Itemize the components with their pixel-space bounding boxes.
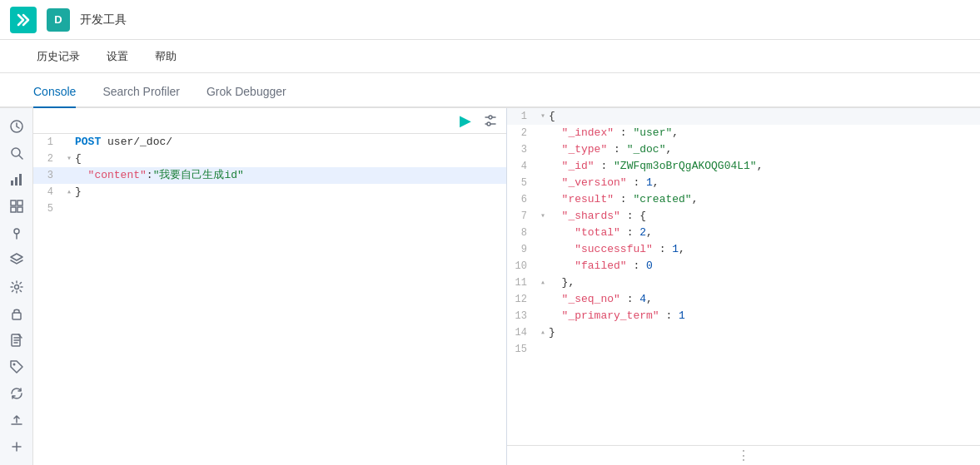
tab-grok-debugger[interactable]: Grok Debugger xyxy=(206,85,286,108)
response-line-10: 10 "failed" : 0 xyxy=(507,258,980,275)
svg-rect-11 xyxy=(12,313,21,319)
svg-rect-7 xyxy=(11,207,16,212)
svg-point-10 xyxy=(14,284,18,289)
response-line-12: 12 "_seq_no" : 4, xyxy=(507,291,980,308)
sidebar-icon-more[interactable] xyxy=(3,435,30,458)
svg-rect-6 xyxy=(17,200,22,205)
response-line-14: 14 ▴ } xyxy=(507,324,980,341)
svg-rect-4 xyxy=(19,174,22,186)
run-button[interactable]: ▶ xyxy=(456,111,475,130)
response-line-1: 1 ▾ { xyxy=(507,108,980,125)
tab-search-profiler[interactable]: Search Profiler xyxy=(102,85,180,108)
sidebar-icon-gear[interactable] xyxy=(3,275,30,298)
left-panel: ▶ 1 POST user/_doc/ 2 ▾ xyxy=(33,108,507,465)
sidebar-icon-doc[interactable] xyxy=(3,329,30,352)
app-logo xyxy=(10,7,37,33)
response-line-13: 13 "_primary_term" : 1 xyxy=(507,308,980,324)
editor-line-3: 3 "content":"我要自己生成id" xyxy=(33,167,506,184)
sidebar-icon-layers[interactable] xyxy=(3,248,30,271)
nav-settings[interactable]: 设置 xyxy=(103,49,132,64)
response-line-2: 2 "_index" : "user", xyxy=(507,125,980,141)
response-line-9: 9 "successful" : 1, xyxy=(507,241,980,258)
response-viewer: 1 ▾ { 2 "_index" : "user", 3 "_type" : "… xyxy=(507,108,980,445)
main-content: ▶ 1 POST user/_doc/ 2 ▾ xyxy=(0,108,980,465)
svg-rect-2 xyxy=(11,181,13,186)
svg-rect-8 xyxy=(17,207,22,212)
sidebar-icon-chart[interactable] xyxy=(3,168,30,191)
sidebar xyxy=(0,108,33,465)
svg-rect-5 xyxy=(11,200,16,205)
response-line-6: 6 "result" : "created", xyxy=(507,191,980,208)
nav-help[interactable]: 帮助 xyxy=(152,49,180,64)
svg-rect-3 xyxy=(15,177,17,186)
nav-bar: 历史记录 设置 帮助 xyxy=(0,40,980,73)
nav-history[interactable]: 历史记录 xyxy=(33,49,83,64)
sidebar-icon-search[interactable] xyxy=(3,141,30,165)
response-line-15: 15 xyxy=(507,341,980,358)
editor-area: ▶ 1 POST user/_doc/ 2 ▾ xyxy=(33,108,980,465)
right-panel: 1 ▾ { 2 "_index" : "user", 3 "_type" : "… xyxy=(507,108,980,465)
sidebar-icon-upload[interactable] xyxy=(3,408,30,432)
app-title: 开发工具 xyxy=(80,12,127,27)
sidebar-icon-grid[interactable] xyxy=(3,195,30,218)
editor-line-4: 4 ▴ } xyxy=(33,184,506,200)
tab-console[interactable]: Console xyxy=(33,85,76,108)
bottom-dots-indicator: ⋮ xyxy=(507,445,980,465)
editor-toolbar: ▶ xyxy=(33,108,506,134)
editor-settings-button[interactable] xyxy=(481,111,500,130)
response-line-4: 4 "_id" : "ZWFqm3oBrQgAKOQG04L1", xyxy=(507,158,980,175)
sidebar-icon-lock[interactable] xyxy=(3,302,30,325)
editor-line-1: 1 POST user/_doc/ xyxy=(33,134,506,151)
tabs-bar: Console Search Profiler Grok Debugger xyxy=(0,73,980,108)
sidebar-icon-clock[interactable] xyxy=(3,115,30,138)
response-line-8: 8 "total" : 2, xyxy=(507,225,980,241)
response-line-7: 7 ▾ "_shards" : { xyxy=(507,208,980,225)
user-avatar[interactable]: D xyxy=(47,8,70,32)
request-editor[interactable]: 1 POST user/_doc/ 2 ▾ { 3 "content":"我要自… xyxy=(33,134,506,465)
response-line-5: 5 "_version" : 1, xyxy=(507,175,980,191)
editor-line-5: 5 xyxy=(33,200,506,217)
response-line-11: 11 ▴ }, xyxy=(507,275,980,291)
response-line-3: 3 "_type" : "_doc", xyxy=(507,141,980,158)
sidebar-icon-tag[interactable] xyxy=(3,355,30,378)
svg-point-9 xyxy=(14,229,19,234)
sidebar-icon-refresh[interactable] xyxy=(3,382,30,405)
editor-line-2: 2 ▾ { xyxy=(33,151,506,167)
top-bar: D 开发工具 xyxy=(0,0,980,40)
svg-point-13 xyxy=(12,363,15,365)
sidebar-icon-map[interactable] xyxy=(3,221,30,245)
